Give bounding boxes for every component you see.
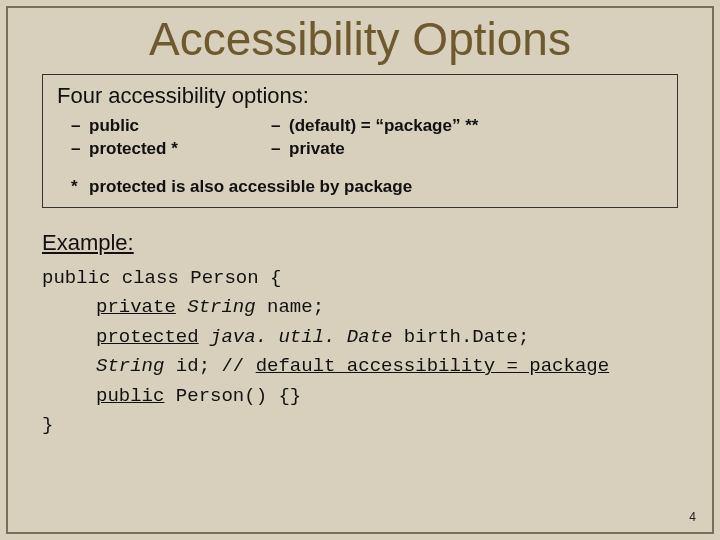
option-default: –(default) = “package” **: [271, 115, 478, 138]
code-line-3-rest: birth.Date;: [392, 326, 529, 348]
option-public: –public: [71, 115, 271, 138]
options-col-left: –public –protected *: [57, 115, 271, 161]
code-line-6: }: [42, 414, 53, 436]
code-line-4-mid: id; //: [164, 355, 255, 377]
slide-frame: Accessibility Options Four accessibility…: [6, 6, 714, 534]
kw-private: private: [96, 296, 176, 318]
kw-protected: protected: [96, 326, 199, 348]
code-line-5-rest: Person() {}: [164, 385, 301, 407]
type-string-1: String: [187, 296, 255, 318]
page-number: 4: [689, 510, 696, 524]
option-private: –private: [271, 138, 478, 161]
option-protected: –protected *: [71, 138, 271, 161]
code-line-2-rest: name;: [256, 296, 324, 318]
example-heading: Example:: [42, 230, 712, 256]
code-block: public class Person { private String nam…: [42, 264, 678, 441]
options-box: Four accessibility options: –public –pro…: [42, 74, 678, 208]
options-heading: Four accessibility options:: [57, 83, 663, 109]
options-columns: –public –protected * –(default) = “packa…: [57, 115, 663, 161]
code-line-1: public class Person {: [42, 267, 281, 289]
type-string-2: String: [96, 355, 164, 377]
options-footnote: *protected is also accessible by package: [57, 177, 663, 197]
comment-default: default accessibility = package: [256, 355, 609, 377]
type-date: java. util. Date: [210, 326, 392, 348]
options-col-right: –(default) = “package” ** –private: [271, 115, 478, 161]
slide-title: Accessibility Options: [8, 12, 712, 66]
kw-public: public: [96, 385, 164, 407]
